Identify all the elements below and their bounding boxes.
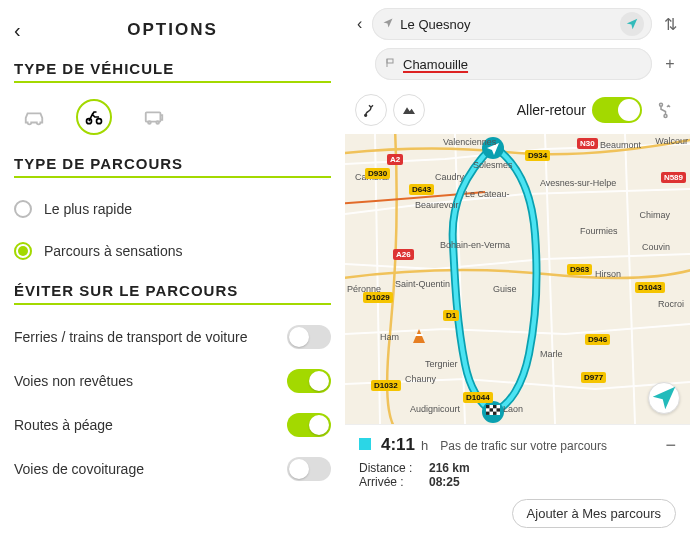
add-waypoint-icon[interactable]: + bbox=[660, 55, 680, 73]
options-panel: ‹ OPTIONS TYPE DE VÉHICULE TYPE DE PARCO… bbox=[0, 0, 345, 540]
road-badge: D1043 bbox=[635, 282, 665, 293]
options-header: ‹ OPTIONS bbox=[14, 10, 331, 50]
city-label: Valenciennes bbox=[443, 137, 496, 147]
city-label: Audignicourt bbox=[410, 404, 460, 414]
svg-rect-16 bbox=[490, 408, 494, 411]
route-section-title: TYPE DE PARCOURS bbox=[14, 155, 331, 172]
divider bbox=[14, 303, 331, 305]
road-badge: A2 bbox=[387, 154, 403, 165]
city-label: Hirson bbox=[595, 269, 621, 279]
svg-rect-15 bbox=[493, 405, 497, 408]
back-icon[interactable]: ‹ bbox=[14, 19, 21, 42]
svg-rect-18 bbox=[486, 412, 490, 415]
options-title: OPTIONS bbox=[127, 20, 218, 40]
recenter-location-icon[interactable] bbox=[648, 382, 680, 414]
distance-value: 216 km bbox=[429, 461, 470, 475]
city-label: Marle bbox=[540, 349, 563, 359]
city-label: Bohain-en-Verma bbox=[440, 240, 510, 250]
avoid-ferries-row: Ferries / trains de transport de voiture bbox=[14, 315, 331, 359]
road-badge: N589 bbox=[661, 172, 686, 183]
svg-rect-5 bbox=[387, 59, 393, 63]
avoid-unpaved-row: Voies non revêtues bbox=[14, 359, 331, 403]
city-label: Fourmies bbox=[580, 226, 618, 236]
route-option-fastest[interactable]: Le plus rapide bbox=[14, 188, 331, 230]
road-badge: D977 bbox=[581, 372, 606, 383]
vehicle-motorcycle-icon[interactable] bbox=[76, 99, 112, 135]
use-my-location-icon[interactable] bbox=[620, 12, 644, 36]
terrain-icon[interactable] bbox=[393, 94, 425, 126]
road-badge: D1044 bbox=[463, 392, 493, 403]
svg-point-9 bbox=[664, 115, 667, 118]
city-label: Solesmes bbox=[473, 160, 513, 170]
aller-retour-toggle[interactable] bbox=[592, 97, 642, 123]
vehicle-car-icon[interactable] bbox=[16, 99, 52, 135]
city-label: Guise bbox=[493, 284, 517, 294]
finish-flag-icon bbox=[385, 57, 397, 72]
avoid-ferries-label: Ferries / trains de transport de voiture bbox=[14, 329, 247, 345]
route-summary-card: − 4:11 h Pas de trafic sur votre parcour… bbox=[345, 424, 690, 540]
road-badge: D930 bbox=[365, 168, 390, 179]
to-text: Chamouille bbox=[403, 57, 644, 72]
road-badge: D1 bbox=[443, 310, 459, 321]
city-label: Avesnes-sur-Helpe bbox=[540, 178, 616, 188]
svg-rect-2 bbox=[146, 112, 161, 121]
road-badge: D963 bbox=[567, 264, 592, 275]
svg-rect-17 bbox=[497, 408, 501, 411]
avoid-toll-toggle[interactable] bbox=[287, 413, 331, 437]
radio-icon bbox=[14, 200, 32, 218]
divider bbox=[14, 81, 331, 83]
search-area: ‹ Le Quesnoy ⇅ Chamouille + bbox=[345, 0, 690, 94]
map-view[interactable]: Valenciennes Beaumont Walcour Cambrai Ca… bbox=[345, 134, 690, 424]
from-row: ‹ Le Quesnoy ⇅ bbox=[355, 8, 680, 40]
from-text: Le Quesnoy bbox=[400, 17, 620, 32]
map-panel: ‹ Le Quesnoy ⇅ Chamouille + bbox=[345, 0, 690, 540]
route-option-label: Le plus rapide bbox=[44, 201, 132, 217]
location-pin-icon bbox=[382, 17, 394, 32]
svg-point-7 bbox=[365, 114, 367, 116]
svg-rect-14 bbox=[486, 405, 490, 408]
radio-icon bbox=[14, 242, 32, 260]
route-color-swatch bbox=[359, 438, 371, 450]
city-label: Ham bbox=[380, 332, 399, 342]
avoid-ferries-toggle[interactable] bbox=[287, 325, 331, 349]
city-label: Saint-Quentin bbox=[395, 279, 450, 289]
avoid-carpool-label: Voies de covoiturage bbox=[14, 461, 144, 477]
arrival-value: 08:25 bbox=[429, 475, 460, 489]
swap-icon[interactable]: ⇅ bbox=[660, 15, 680, 34]
back-chevron-icon[interactable]: ‹ bbox=[355, 15, 364, 33]
city-label: Beaumont bbox=[600, 140, 641, 150]
from-input[interactable]: Le Quesnoy bbox=[372, 8, 652, 40]
svg-point-8 bbox=[660, 103, 663, 106]
eta-unit: h bbox=[421, 438, 428, 453]
route-options-icon[interactable] bbox=[648, 94, 680, 126]
vehicle-type-row bbox=[14, 93, 331, 145]
route-option-sensations[interactable]: Parcours à sensations bbox=[14, 230, 331, 272]
avoid-carpool-row: Voies de covoiturage bbox=[14, 447, 331, 491]
road-badge: N30 bbox=[577, 138, 598, 149]
avoid-toll-row: Routes à péage bbox=[14, 403, 331, 447]
avoid-section-title: ÉVITER SUR LE PARCOURS bbox=[14, 282, 331, 299]
svg-rect-20 bbox=[415, 334, 423, 336]
to-row: Chamouille + bbox=[355, 48, 680, 80]
avoid-carpool-toggle[interactable] bbox=[287, 457, 331, 481]
svg-point-1 bbox=[97, 119, 102, 124]
add-to-routes-button[interactable]: Ajouter à Mes parcours bbox=[512, 499, 676, 528]
avoid-unpaved-label: Voies non revêtues bbox=[14, 373, 133, 389]
vehicle-rv-icon[interactable] bbox=[136, 99, 172, 135]
eta-row: 4:11 h Pas de trafic sur votre parcours bbox=[359, 435, 676, 455]
aller-retour-label: Aller-retour bbox=[517, 102, 586, 118]
collapse-icon[interactable]: − bbox=[665, 435, 676, 456]
city-label: Le Cateau- bbox=[465, 189, 510, 199]
city-label: Beaurevoir bbox=[415, 200, 459, 210]
road-badge: D643 bbox=[409, 184, 434, 195]
to-input[interactable]: Chamouille bbox=[375, 48, 652, 80]
avoid-toll-label: Routes à péage bbox=[14, 417, 113, 433]
route-details: Distance : 216 km Arrivée : 08:25 bbox=[359, 461, 676, 489]
controls-row: Aller-retour bbox=[345, 94, 690, 134]
city-label: Laon bbox=[503, 404, 523, 414]
avoid-unpaved-toggle[interactable] bbox=[287, 369, 331, 393]
distance-label: Distance : bbox=[359, 461, 423, 475]
route-type-icon[interactable] bbox=[355, 94, 387, 126]
arrival-label: Arrivée : bbox=[359, 475, 423, 489]
svg-rect-19 bbox=[493, 412, 497, 415]
